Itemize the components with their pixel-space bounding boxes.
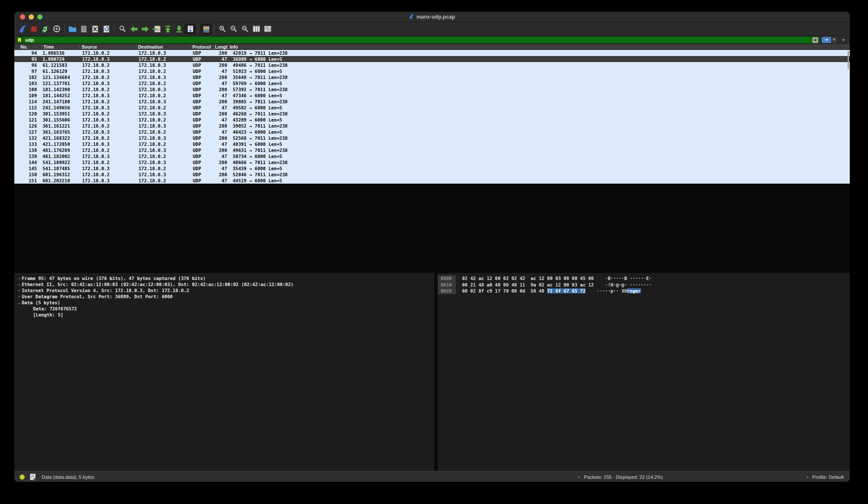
expand-arrow-icon[interactable]: ⌄ bbox=[17, 300, 22, 306]
auto-scroll-toggle[interactable] bbox=[185, 24, 196, 34]
resize-columns-icon bbox=[252, 25, 261, 33]
open-file-button[interactable] bbox=[67, 24, 78, 34]
packet-row[interactable]: 144 541.180922 172.18.0.2 172.18.0.3 UDP… bbox=[14, 159, 850, 165]
filter-clear-button[interactable]: ✕ bbox=[812, 37, 818, 43]
packet-row[interactable]: 114 241.147180 172.18.0.2 172.18.0.3 UDP… bbox=[14, 99, 850, 105]
resize-columns-button[interactable] bbox=[251, 24, 262, 34]
hex-offset: 0020 bbox=[438, 288, 456, 294]
find-packet-button[interactable] bbox=[117, 24, 128, 34]
shrink-columns-icon bbox=[264, 25, 272, 33]
shrink-columns-button[interactable] bbox=[262, 24, 273, 34]
filter-apply-button[interactable]: ➜ bbox=[822, 37, 831, 43]
packet-row[interactable]: 96 61.121583 172.18.0.2 172.18.0.3 UDP 2… bbox=[14, 62, 850, 68]
detail-row[interactable]: › Internet Protocol Version 4, Src: 172.… bbox=[14, 287, 434, 293]
expand-arrow-icon[interactable] bbox=[28, 306, 33, 312]
expand-arrow-icon[interactable]: › bbox=[17, 275, 22, 281]
restart-capture-button[interactable] bbox=[40, 24, 51, 34]
save-file-icon bbox=[80, 25, 87, 33]
zoom-window-button[interactable] bbox=[37, 14, 43, 20]
detail-row[interactable]: › Frame 95: 47 bytes on wire (376 bits),… bbox=[14, 275, 434, 281]
packet-row[interactable]: 151 601.202210 172.18.0.3 172.18.0.2 UDP… bbox=[14, 178, 850, 184]
filter-bookmark-button[interactable] bbox=[16, 37, 23, 43]
column-header-source[interactable]: Source bbox=[79, 44, 136, 49]
packet-row[interactable]: 133 421.172850 172.18.0.3 172.18.0.2 UDP… bbox=[14, 141, 850, 147]
packet-row[interactable]: 102 121.134684 172.18.0.2 172.18.0.3 UDP… bbox=[14, 74, 850, 80]
find-packet-icon bbox=[119, 25, 126, 33]
detail-row[interactable]: [Length: 5] bbox=[14, 312, 434, 318]
column-header-destination[interactable]: Destination bbox=[136, 44, 190, 49]
column-header-time[interactable]: Time bbox=[41, 44, 79, 49]
colorize-toggle[interactable] bbox=[201, 24, 212, 34]
status-selected-field: Data (data.data), 5 bytes bbox=[42, 474, 94, 480]
zoom-in-button[interactable] bbox=[217, 24, 228, 34]
detail-row[interactable]: Data: 726f676572 bbox=[14, 306, 434, 312]
expand-arrow-icon[interactable] bbox=[28, 312, 33, 318]
go-forward-button[interactable] bbox=[139, 24, 151, 34]
packet-list-empty-area bbox=[14, 184, 850, 273]
detail-row[interactable]: › User Datagram Protocol, Src Port: 3680… bbox=[14, 293, 434, 300]
expand-arrow-icon[interactable]: › bbox=[17, 281, 22, 287]
expand-arrow-icon[interactable]: › bbox=[17, 287, 22, 293]
display-filter-input[interactable]: udp ✕ bbox=[16, 36, 819, 43]
minimize-window-button[interactable] bbox=[29, 14, 34, 20]
detail-row[interactable]: › Ethernet II, Src: 02:42:ac:12:00:03 (0… bbox=[14, 281, 434, 287]
colorize-icon bbox=[202, 25, 210, 33]
packet-row[interactable]: 121 301.155606 172.18.0.3 172.18.0.2 UDP… bbox=[14, 117, 850, 123]
go-back-button[interactable] bbox=[128, 24, 139, 34]
packet-row[interactable]: 127 361.163765 172.18.0.3 172.18.0.2 UDP… bbox=[14, 129, 850, 135]
packet-row[interactable]: 145 541.187485 172.18.0.3 172.18.0.2 UDP… bbox=[14, 165, 850, 171]
hex-row[interactable]: 0010 00 21 48 a0 40 00 40 11 9a 02 ac 12… bbox=[438, 282, 850, 288]
expert-info-icon[interactable] bbox=[20, 474, 25, 480]
column-header-length[interactable]: Length bbox=[213, 44, 228, 49]
go-to-packet-button[interactable] bbox=[151, 24, 162, 34]
packet-row[interactable]: 97 61.126129 172.18.0.3 172.18.0.2 UDP 4… bbox=[14, 68, 850, 74]
zoom-original-button[interactable] bbox=[239, 24, 251, 34]
packet-row[interactable]: 103 121.137781 172.18.0.3 172.18.0.2 UDP… bbox=[14, 80, 850, 86]
packet-row[interactable]: 139 481.182802 172.18.0.3 172.18.0.2 UDP… bbox=[14, 153, 850, 159]
column-header-info[interactable]: Info bbox=[228, 44, 850, 49]
packet-row[interactable]: 120 301.153951 172.18.0.2 172.18.0.3 UDP… bbox=[14, 111, 850, 117]
packet-row[interactable]: 150 601.196312 172.18.0.2 172.18.0.3 UDP… bbox=[14, 171, 850, 178]
packet-details-pane: › Frame 95: 47 bytes on wire (376 bits),… bbox=[14, 273, 434, 471]
packet-row[interactable]: 108 181.142390 172.18.0.2 172.18.0.3 UDP… bbox=[14, 86, 850, 92]
go-first-button[interactable] bbox=[162, 24, 173, 34]
stop-capture-button[interactable] bbox=[28, 24, 40, 34]
bookmark-icon bbox=[18, 38, 21, 43]
column-header-protocol[interactable]: Protocol bbox=[190, 44, 213, 49]
close-window-button[interactable] bbox=[20, 14, 25, 20]
hex-row[interactable]: 0000 02 42 ac 12 00 02 02 42 ac 12 00 03… bbox=[438, 275, 850, 282]
go-back-icon bbox=[130, 26, 138, 33]
reload-file-button[interactable] bbox=[101, 24, 112, 34]
packet-row[interactable]: 109 181.144252 172.18.0.3 172.18.0.2 UDP… bbox=[14, 92, 850, 99]
annotation-icon[interactable] bbox=[30, 474, 36, 480]
capture-options-button[interactable] bbox=[51, 24, 62, 34]
packet-row[interactable]: 94 1.086536 172.18.0.2 172.18.0.3 UDP 28… bbox=[14, 50, 850, 56]
hex-offset: 0010 bbox=[438, 282, 456, 288]
status-profile[interactable]: Profile: Default bbox=[812, 474, 844, 480]
toolbar-separator bbox=[198, 25, 198, 33]
packet-list-scrollbar[interactable] bbox=[848, 51, 849, 69]
zoom-out-button[interactable] bbox=[228, 24, 239, 34]
capture-options-icon bbox=[53, 25, 61, 33]
hex-offset: 0000 bbox=[438, 275, 456, 282]
packet-row[interactable]: 115 241.149656 172.18.0.3 172.18.0.2 UDP… bbox=[14, 105, 850, 111]
close-file-button[interactable] bbox=[89, 24, 101, 34]
reload-file-icon bbox=[103, 25, 110, 33]
column-header-no[interactable]: No. bbox=[14, 44, 41, 49]
detail-row[interactable]: ⌄ Data (5 bytes) bbox=[14, 300, 434, 306]
packet-row[interactable]: 138 481.176289 172.18.0.2 172.18.0.3 UDP… bbox=[14, 147, 850, 153]
expand-arrow-icon[interactable]: › bbox=[17, 293, 22, 300]
go-to-packet-icon bbox=[152, 25, 161, 33]
start-capture-button[interactable] bbox=[17, 24, 28, 34]
go-last-button[interactable] bbox=[173, 24, 185, 34]
packet-row[interactable]: 126 361.161221 172.18.0.2 172.18.0.3 UDP… bbox=[14, 123, 850, 129]
filter-add-button[interactable]: + bbox=[840, 37, 847, 43]
filter-dropdown-button[interactable]: ▼ bbox=[831, 37, 837, 43]
packet-row[interactable]: 95 1.090724 172.18.0.3 172.18.0.2 UDP 47… bbox=[14, 56, 850, 62]
hex-row[interactable]: 0020 00 02 8f c9 17 70 00 0d 58 48 72 6f… bbox=[438, 288, 850, 294]
filter-value[interactable]: udp bbox=[25, 37, 812, 43]
pane-splitter[interactable] bbox=[434, 273, 438, 471]
save-file-button[interactable] bbox=[78, 24, 89, 34]
packet-row[interactable]: 132 421.168322 172.18.0.2 172.18.0.3 UDP… bbox=[14, 135, 850, 141]
status-packet-counts: Packets: 155 · Displayed: 22 (14.2%) bbox=[584, 474, 663, 480]
